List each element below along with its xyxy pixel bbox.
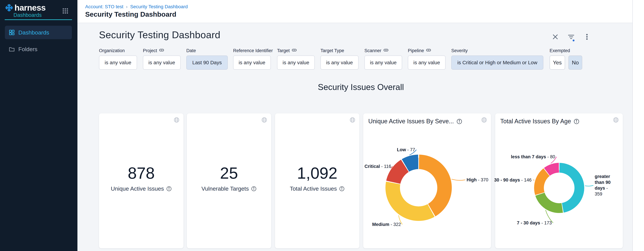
- brand-name: harness: [14, 3, 46, 13]
- dashboard-content: Security Testing Dashboard Organizationi…: [78, 23, 632, 251]
- filter-value-dropdown[interactable]: Last 90 Days: [186, 55, 228, 70]
- cards-row: 878 Unique Active Issues 25 Vulner: [99, 113, 623, 248]
- globe-icon[interactable]: [350, 117, 355, 123]
- stat-label: Vulnerable Targets: [202, 185, 249, 192]
- filter-value-dropdown[interactable]: is any value: [99, 55, 137, 70]
- filter-label: Organization: [99, 48, 137, 53]
- dashboards-icon: [9, 30, 15, 35]
- globe-icon[interactable]: [481, 117, 487, 123]
- filter-value-dropdown[interactable]: is any value: [408, 55, 446, 70]
- app-grid-icon[interactable]: [62, 8, 68, 14]
- donut-slice-label: less than 7 days - 80: [511, 154, 555, 160]
- filter-label: Severity: [451, 48, 543, 53]
- filter-label: Scanner: [364, 48, 402, 53]
- breadcrumb-account-link[interactable]: Account: STO test: [85, 4, 124, 9]
- chart-title: Total Active Issues By Age: [500, 118, 571, 125]
- filter-value-dropdown[interactable]: is any value: [364, 55, 402, 70]
- filter-label: Project: [143, 48, 180, 53]
- link-icon: [384, 48, 388, 54]
- exempted-no-button[interactable]: No: [568, 55, 582, 70]
- link-icon: [426, 48, 431, 54]
- chart-card-issues-by-severity: Unique Active Issues By Seve... High - 3…: [363, 113, 491, 248]
- link-icon: [292, 48, 297, 54]
- filter-date: DateLast 90 Days: [186, 48, 228, 70]
- stat-card-vulnerable-targets: 25 Vulnerable Targets: [187, 113, 271, 248]
- donut-slice-label: greater than 90 days - 359: [595, 174, 615, 197]
- filter-value-dropdown[interactable]: is any value: [143, 55, 180, 70]
- stat-label: Unique Active Issues: [111, 185, 164, 192]
- filter-pipeline: Pipelineis any value: [408, 48, 446, 70]
- donut-slice-label: Critical - 116: [364, 164, 391, 169]
- donut-slice-label: High - 370: [466, 177, 488, 183]
- donut-slice-label: 7 - 30 days - 173: [517, 220, 552, 226]
- breadcrumb-current-link[interactable]: Security Testing Dashboard: [130, 4, 188, 9]
- kebab-menu-icon[interactable]: [584, 33, 590, 40]
- stat-card-total-active-issues: 1,092 Total Active Issues: [275, 113, 359, 248]
- info-icon[interactable]: [456, 119, 462, 124]
- stat-value: 25: [187, 164, 271, 182]
- chart-title: Unique Active Issues By Seve...: [368, 118, 454, 125]
- link-icon: [159, 48, 164, 54]
- donut-hole: [400, 169, 437, 206]
- filter-scanner: Scanneris any value: [364, 48, 402, 70]
- filter-label: Date: [186, 48, 228, 53]
- stat-value: 878: [99, 164, 184, 182]
- filter-value-dropdown[interactable]: is any value: [277, 55, 315, 70]
- sidebar-item-dashboards[interactable]: Dashboards: [5, 26, 72, 39]
- folder-icon: [9, 46, 15, 52]
- globe-icon[interactable]: [613, 117, 619, 123]
- filter-label: Pipeline: [408, 48, 446, 53]
- filter-reference-identifier: Reference Identifieris any value: [233, 48, 273, 70]
- cursor-dot: [573, 39, 574, 41]
- filter-label: Exempted: [550, 48, 582, 53]
- module-name: Dashboards: [14, 12, 42, 18]
- filter-label: Reference Identifier: [233, 48, 273, 53]
- donut-slice-label: Low - 77: [397, 147, 415, 152]
- filter-exempted: ExemptedYesNo: [550, 48, 582, 70]
- filter-organization: Organizationis any value: [99, 48, 137, 70]
- filter-severity: Severityis Critical or High or Medium or…: [451, 48, 543, 70]
- header-title: Security Testing Dashboard: [85, 10, 176, 18]
- section-title: Security Issues Overall: [99, 82, 623, 92]
- filter-icon[interactable]: [568, 33, 574, 40]
- sidebar-item-folders[interactable]: Folders: [5, 42, 72, 56]
- scrollbar-gutter[interactable]: [632, 0, 644, 251]
- sidebar-divider: [5, 19, 72, 20]
- filter-label: Target: [277, 48, 315, 53]
- exempted-yes-button[interactable]: Yes: [550, 55, 565, 70]
- sidebar-item-label: Folders: [18, 46, 37, 52]
- page-header: Account: STO test › Security Testing Das…: [78, 0, 632, 23]
- filter-value-dropdown[interactable]: is any value: [233, 55, 271, 70]
- donut-hole: [544, 173, 574, 203]
- stat-card-unique-active-issues: 878 Unique Active Issues: [99, 113, 184, 248]
- info-icon[interactable]: [166, 186, 172, 192]
- donut-slice-label: 30 - 90 days - 146: [494, 178, 532, 183]
- filter-target-type: Target Typeis any value: [320, 48, 358, 70]
- stat-value: 1,092: [275, 164, 359, 182]
- info-icon[interactable]: [251, 186, 256, 192]
- donut-slice-label: Medium - 322: [372, 222, 401, 227]
- globe-icon[interactable]: [174, 117, 180, 123]
- sidebar-item-label: Dashboards: [18, 29, 49, 36]
- filter-value-dropdown[interactable]: is any value: [320, 55, 358, 70]
- dashboard-page-title: Security Testing Dashboard: [99, 29, 220, 40]
- filter-label: Target Type: [320, 48, 358, 53]
- harness-logo-icon: [5, 3, 14, 12]
- chart-card-issues-by-age: Total Active Issues By Age greater than …: [495, 113, 623, 248]
- sidebar: harness Dashboards Dashboards: [0, 0, 78, 251]
- chevron-right-icon: ›: [126, 4, 128, 9]
- close-icon[interactable]: [552, 33, 559, 40]
- filter-target: Targetis any value: [277, 48, 315, 70]
- globe-icon[interactable]: [262, 117, 267, 123]
- filter-project: Projectis any value: [143, 48, 180, 70]
- breadcrumb: Account: STO test › Security Testing Das…: [85, 4, 188, 9]
- filter-value-dropdown[interactable]: is Critical or High or Medium or Low: [451, 55, 543, 70]
- info-icon[interactable]: [574, 119, 579, 124]
- stat-label: Total Active Issues: [290, 185, 337, 192]
- info-icon[interactable]: [339, 186, 344, 192]
